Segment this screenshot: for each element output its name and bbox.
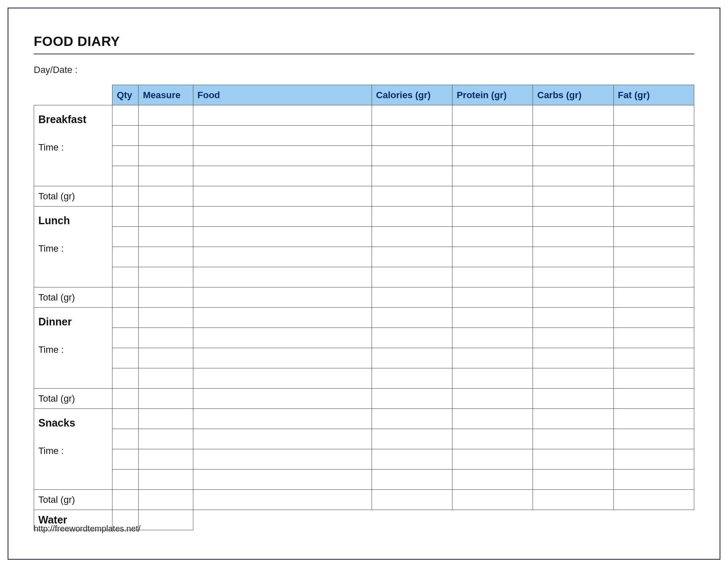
cell[interactable] xyxy=(139,389,193,409)
cell[interactable] xyxy=(533,287,613,308)
cell[interactable] xyxy=(613,348,694,368)
cell[interactable] xyxy=(112,348,139,368)
cell[interactable] xyxy=(452,207,533,227)
cell[interactable] xyxy=(533,328,613,348)
cell[interactable] xyxy=(613,186,694,207)
cell[interactable] xyxy=(372,328,452,348)
cell[interactable] xyxy=(533,105,613,126)
cell[interactable] xyxy=(112,247,139,267)
cell[interactable] xyxy=(372,368,452,389)
cell[interactable] xyxy=(613,429,694,449)
cell[interactable] xyxy=(139,328,193,348)
cell[interactable] xyxy=(193,348,372,368)
cell[interactable] xyxy=(372,429,452,449)
cell[interactable] xyxy=(139,105,193,126)
cell[interactable] xyxy=(613,126,694,146)
cell[interactable] xyxy=(613,409,694,429)
cell[interactable] xyxy=(533,490,613,510)
cell[interactable] xyxy=(613,328,694,348)
cell[interactable] xyxy=(139,308,193,328)
cell[interactable] xyxy=(452,409,533,429)
cell[interactable] xyxy=(139,267,193,287)
cell[interactable] xyxy=(533,166,613,186)
cell[interactable] xyxy=(533,247,613,267)
cell[interactable] xyxy=(193,287,372,308)
cell[interactable] xyxy=(112,328,139,348)
cell[interactable] xyxy=(452,490,533,510)
cell[interactable] xyxy=(193,126,372,146)
cell[interactable] xyxy=(533,146,613,166)
cell[interactable] xyxy=(613,105,694,126)
cell[interactable] xyxy=(533,348,613,368)
cell[interactable] xyxy=(139,146,193,166)
cell[interactable] xyxy=(193,409,372,429)
cell[interactable] xyxy=(112,166,139,186)
cell[interactable] xyxy=(112,207,139,227)
cell[interactable] xyxy=(613,207,694,227)
cell[interactable] xyxy=(613,389,694,409)
cell[interactable] xyxy=(139,348,193,368)
cell[interactable] xyxy=(193,105,372,126)
cell[interactable] xyxy=(533,389,613,409)
cell[interactable] xyxy=(193,470,372,490)
cell[interactable] xyxy=(452,287,533,308)
cell[interactable] xyxy=(193,267,372,287)
cell[interactable] xyxy=(452,389,533,409)
cell[interactable] xyxy=(372,470,452,490)
cell[interactable] xyxy=(372,389,452,409)
cell[interactable] xyxy=(372,166,452,186)
cell[interactable] xyxy=(452,348,533,368)
cell[interactable] xyxy=(139,287,193,308)
cell[interactable] xyxy=(372,126,452,146)
cell[interactable] xyxy=(613,267,694,287)
cell[interactable] xyxy=(139,207,193,227)
cell[interactable] xyxy=(193,368,372,389)
cell[interactable] xyxy=(193,247,372,267)
cell[interactable] xyxy=(112,267,139,287)
cell[interactable] xyxy=(112,470,139,490)
cell[interactable] xyxy=(372,287,452,308)
cell[interactable] xyxy=(193,146,372,166)
cell[interactable] xyxy=(139,368,193,389)
cell[interactable] xyxy=(139,166,193,186)
cell[interactable] xyxy=(452,368,533,389)
cell[interactable] xyxy=(139,126,193,146)
cell[interactable] xyxy=(533,409,613,429)
cell[interactable] xyxy=(372,409,452,429)
cell[interactable] xyxy=(452,328,533,348)
cell[interactable] xyxy=(372,227,452,247)
cell[interactable] xyxy=(613,470,694,490)
cell[interactable] xyxy=(372,308,452,328)
cell[interactable] xyxy=(112,368,139,389)
cell[interactable] xyxy=(452,186,533,207)
cell[interactable] xyxy=(533,429,613,449)
cell[interactable] xyxy=(139,470,193,490)
cell[interactable] xyxy=(452,146,533,166)
cell[interactable] xyxy=(613,287,694,308)
cell[interactable] xyxy=(112,409,139,429)
cell[interactable] xyxy=(452,126,533,146)
cell[interactable] xyxy=(613,227,694,247)
cell[interactable] xyxy=(613,166,694,186)
cell[interactable] xyxy=(139,490,193,510)
cell[interactable] xyxy=(193,429,372,449)
cell[interactable] xyxy=(372,186,452,207)
cell[interactable] xyxy=(613,368,694,389)
cell[interactable] xyxy=(533,126,613,146)
cell[interactable] xyxy=(372,267,452,287)
cell[interactable] xyxy=(452,267,533,287)
cell[interactable] xyxy=(372,348,452,368)
cell[interactable] xyxy=(613,146,694,166)
cell[interactable] xyxy=(372,146,452,166)
cell[interactable] xyxy=(452,166,533,186)
cell[interactable] xyxy=(193,166,372,186)
cell[interactable] xyxy=(372,449,452,470)
cell[interactable] xyxy=(112,186,139,207)
cell[interactable] xyxy=(193,308,372,328)
cell[interactable] xyxy=(112,389,139,409)
cell[interactable] xyxy=(613,490,694,510)
cell[interactable] xyxy=(139,247,193,267)
cell[interactable] xyxy=(193,207,372,227)
cell[interactable] xyxy=(112,308,139,328)
cell[interactable] xyxy=(613,449,694,470)
